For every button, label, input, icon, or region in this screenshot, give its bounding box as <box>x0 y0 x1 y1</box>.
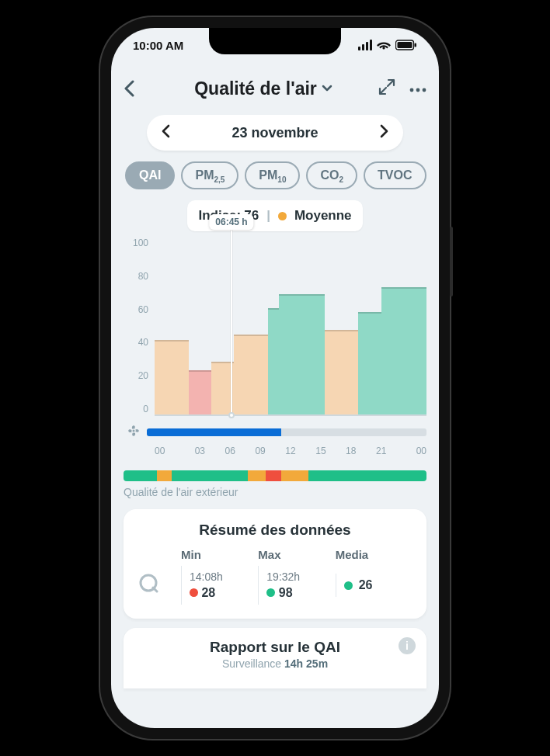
report-duration: 14h 25m <box>284 657 328 670</box>
summary-card: Résumé des données . Min Max Media 14:08… <box>124 509 426 619</box>
outdoor-quality-bar <box>124 470 426 481</box>
back-button[interactable] <box>124 80 148 97</box>
summary-max-time: 19:32h <box>266 570 327 583</box>
report-title: Rapport sur le QAI <box>138 639 412 656</box>
summary-col-min: Min <box>181 548 258 561</box>
battery-icon <box>395 40 417 50</box>
qai-chart: 100806040200 06:45 h 0003060912151821 <box>124 238 426 456</box>
summary-media-value: 26 <box>359 578 373 592</box>
chip-pm10[interactable]: PM10 <box>245 161 300 189</box>
cellular-icon <box>358 40 372 50</box>
cursor-label: 06:45 h <box>209 214 253 230</box>
metric-chips: QAIPM2,5PM10CO2TVOC <box>124 161 426 189</box>
report-card[interactable]: i Rapport sur le QAI Surveillance 14h 25… <box>124 628 426 688</box>
summary-col-media: Media <box>336 548 412 561</box>
svg-point-6 <box>133 430 135 432</box>
date-label: 23 novembre <box>231 125 318 141</box>
chart-plot[interactable]: 06:45 h <box>155 238 426 416</box>
info-icon[interactable]: i <box>399 637 416 654</box>
report-sub-label: Surveillance <box>222 657 281 670</box>
indice-status-label: Moyenne <box>294 208 352 224</box>
summary-max-value: 98 <box>279 586 293 599</box>
svg-rect-2 <box>415 43 417 47</box>
more-icon[interactable] <box>409 81 426 95</box>
summary-title: Résumé des données <box>138 522 412 539</box>
page-title: Qualité de l'air <box>194 78 317 99</box>
fan-icon <box>127 424 141 441</box>
chart-cursor[interactable]: 06:45 h <box>231 216 232 414</box>
fan-activity-track <box>147 428 426 436</box>
chip-pm2,5[interactable]: PM2,5 <box>181 161 238 189</box>
svg-point-3 <box>410 88 414 92</box>
date-next-button[interactable] <box>380 124 389 141</box>
summary-col-max: Max <box>258 548 335 561</box>
date-navigator: 23 novembre <box>147 115 403 151</box>
date-prev-button[interactable] <box>161 124 170 141</box>
page-title-dropdown[interactable]: Qualité de l'air <box>156 78 371 99</box>
indice-status-dot <box>278 212 287 220</box>
expand-icon[interactable] <box>378 78 395 99</box>
app-bar: Qualité de l'air <box>124 70 426 107</box>
summary-min-value: 28 <box>201 586 215 599</box>
metric-q-icon <box>138 572 181 598</box>
chip-tvoc[interactable]: TVOC <box>364 161 426 189</box>
outdoor-quality-label: Qualité de l'air extérieur <box>124 486 426 498</box>
status-time: 10:00 AM <box>133 39 183 52</box>
svg-rect-1 <box>398 42 412 48</box>
chevron-down-icon <box>322 85 332 92</box>
summary-min-time: 14:08h <box>190 570 250 583</box>
chip-qai[interactable]: QAI <box>125 161 175 189</box>
svg-point-5 <box>423 88 426 92</box>
wifi-icon <box>377 40 391 50</box>
chip-co2[interactable]: CO2 <box>306 161 357 189</box>
svg-point-4 <box>416 88 420 92</box>
